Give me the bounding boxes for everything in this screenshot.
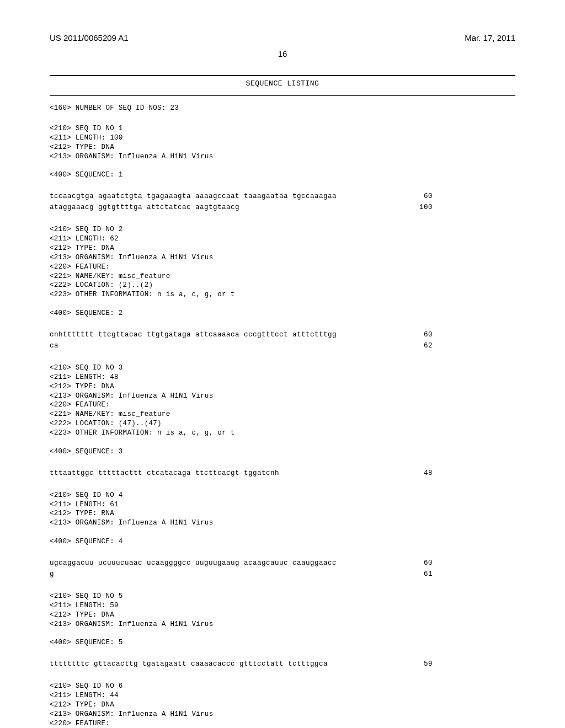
publication-number: US 2011/0065209 A1 <box>50 33 129 42</box>
sequence-data: ttttttttc gttacacttg tgatagaatt caaaacac… <box>50 659 515 670</box>
sequence-line: tttaattggc tttttacttt ctcatacaga ttcttca… <box>50 468 433 479</box>
sequence-position: 60 <box>394 558 433 569</box>
sequence-position: 62 <box>394 340 433 351</box>
sequence-text: g <box>50 569 54 580</box>
sequence-meta: <210> SEQ ID NO 1 <211> LENGTH: 100 <212… <box>50 124 515 180</box>
sequence-position: 61 <box>394 569 433 580</box>
sequence-data: tttaattggc tttttacttt ctcatacaga ttcttca… <box>50 468 515 479</box>
sequence-data: cnhttttttt ttcgttacac ttgtgataga attcaaa… <box>50 329 515 351</box>
sequence-text: cnhttttttt ttcgttacac ttgtgataga attcaaa… <box>50 329 337 340</box>
sequence-data: tccaacgtga agaatctgta tgagaaagta aaaagcc… <box>50 191 515 213</box>
sequence-position: 59 <box>394 659 433 670</box>
sequence-line: cnhttttttt ttcgttacac ttgtgataga attcaaa… <box>50 329 433 340</box>
publication-date: Mar. 17, 2011 <box>465 33 515 42</box>
sequence-text: tccaacgtga agaatctgta tgagaaagta aaaagcc… <box>50 191 337 202</box>
sequence-line: ttttttttc gttacacttg tgatagaatt caaaacac… <box>50 659 433 670</box>
sequence-position: 48 <box>394 468 433 479</box>
sequence-meta: <210> SEQ ID NO 2 <211> LENGTH: 62 <212>… <box>50 225 515 318</box>
sequence-meta: <210> SEQ ID NO 6 <211> LENGTH: 44 <212>… <box>50 682 515 728</box>
sequence-text: ataggaaacg ggtgttttga attctatcac aagtgta… <box>50 202 239 213</box>
sequence-position: 60 <box>394 191 433 202</box>
sequence-line: ataggaaacg ggtgttttga attctatcac aagtgta… <box>50 202 433 213</box>
sequence-text: ttttttttc gttacacttg tgatagaatt caaaacac… <box>50 659 328 670</box>
sequence-position: 100 <box>394 202 433 213</box>
sequence-line: ugcaggacuu ucuuucuaac ucaaggggcc uuguuga… <box>50 558 433 569</box>
divider-top <box>50 75 515 76</box>
sequence-position: 60 <box>394 329 433 340</box>
sequence-meta: <210> SEQ ID NO 3 <211> LENGTH: 48 <212>… <box>50 363 515 457</box>
sequence-line: tccaacgtga agaatctgta tgagaaagta aaaagcc… <box>50 191 433 202</box>
sequence-line: g61 <box>50 569 433 580</box>
seq-count-line: <160> NUMBER OF SEQ ID NOS: 23 <box>50 104 515 113</box>
sequence-data: ugcaggacuu ucuuucuaac ucaaggggcc uuguuga… <box>50 558 515 580</box>
sequence-entries: <210> SEQ ID NO 1 <211> LENGTH: 100 <212… <box>50 124 515 728</box>
sequence-text: ca <box>50 340 58 351</box>
divider-under-title <box>50 95 515 96</box>
sequence-text: ugcaggacuu ucuuucuaac ucaaggggcc uuguuga… <box>50 558 337 569</box>
sequence-text: tttaattggc tttttacttt ctcatacaga ttcttca… <box>50 468 279 479</box>
sequence-line: ca62 <box>50 340 433 351</box>
sequence-listing-title: SEQUENCE LISTING <box>50 79 515 88</box>
sequence-meta: <210> SEQ ID NO 5 <211> LENGTH: 59 <212>… <box>50 592 515 647</box>
page-container: US 2011/0065209 A1 Mar. 17, 2011 16 SEQU… <box>0 0 565 728</box>
page-number: 16 <box>50 49 515 58</box>
sequence-meta: <210> SEQ ID NO 4 <211> LENGTH: 61 <212>… <box>50 491 515 547</box>
page-header: US 2011/0065209 A1 Mar. 17, 2011 <box>50 33 515 42</box>
